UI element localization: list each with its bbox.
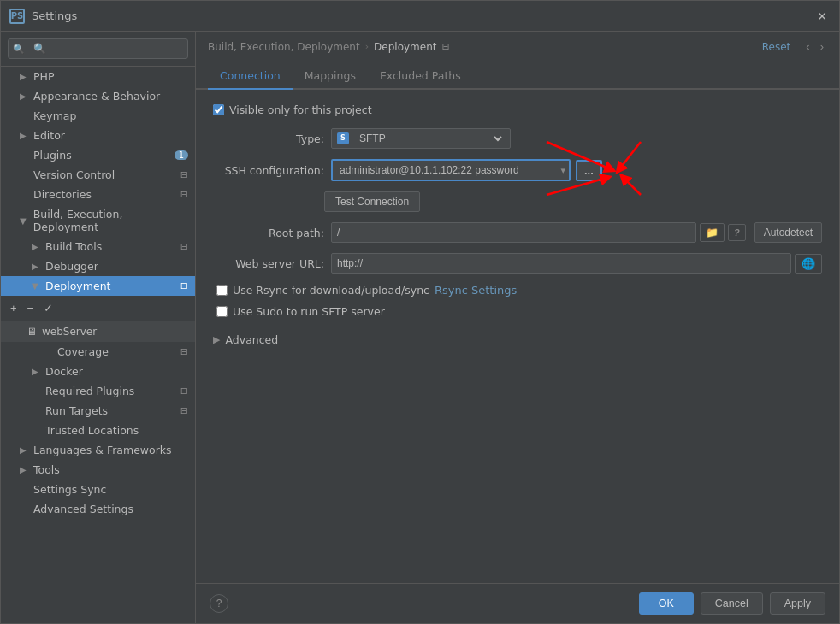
main-panel: Build, Execution, Deployment › Deploymen… bbox=[196, 32, 839, 623]
sidebar-item-languages[interactable]: ▶ Languages & Frameworks bbox=[1, 440, 195, 460]
ssh-config-wrap: administrator@10.1.1.102:22 password ... bbox=[331, 159, 602, 181]
visible-only-label: Visible only for this project bbox=[229, 103, 372, 116]
test-connection-button[interactable]: Test Connection bbox=[324, 191, 420, 212]
ssh-config-label: SSH configuration: bbox=[213, 164, 324, 177]
visible-only-checkbox[interactable] bbox=[213, 104, 224, 115]
ssh-dropdown-wrap: administrator@10.1.1.102:22 password bbox=[331, 159, 571, 181]
advanced-label: Advanced bbox=[225, 333, 278, 346]
arrow-icon: ▶ bbox=[20, 445, 32, 455]
ok-button[interactable]: OK bbox=[639, 592, 694, 615]
folder-icon: ⊟ bbox=[180, 386, 188, 397]
apply-button[interactable]: Apply bbox=[770, 592, 825, 615]
tab-connection[interactable]: Connection bbox=[208, 62, 293, 90]
web-url-input[interactable] bbox=[331, 253, 791, 274]
sidebar: 🔍 ▶ PHP ▶ Appearance & Behavior ▶ Keymap bbox=[1, 32, 196, 623]
arrow-icon: ▶ bbox=[20, 91, 32, 101]
tab-mappings[interactable]: Mappings bbox=[293, 62, 368, 90]
sidebar-item-php[interactable]: ▶ PHP bbox=[1, 67, 195, 86]
folder-icon: ⊟ bbox=[180, 405, 188, 416]
ssh-config-select[interactable]: administrator@10.1.1.102:22 password bbox=[331, 159, 571, 181]
tab-excluded-paths[interactable]: Excluded Paths bbox=[368, 62, 473, 90]
arrow-icon: ▼ bbox=[20, 216, 32, 226]
search-input[interactable] bbox=[8, 38, 188, 59]
deployment-toolbar: + − ✓ bbox=[1, 296, 195, 321]
sftp-icon: S bbox=[337, 132, 349, 144]
sidebar-item-deployment[interactable]: ▼ Deployment ⊟ bbox=[1, 276, 195, 296]
arrow-placeholder: ▶ bbox=[20, 111, 32, 121]
sidebar-item-run-targets[interactable]: ▶ Run Targets ⊟ bbox=[1, 401, 195, 421]
server-item[interactable]: 🖥 webServer bbox=[1, 321, 195, 342]
sidebar-item-required-plugins[interactable]: ▶ Required Plugins ⊟ bbox=[1, 381, 195, 401]
ssh-ellipsis-button[interactable]: ... bbox=[576, 160, 602, 181]
root-path-row: Root path: 📁 ? Autodetect bbox=[213, 222, 822, 243]
ssh-config-control: administrator@10.1.1.102:22 password ... bbox=[331, 159, 822, 181]
autodetect-button[interactable]: Autodetect bbox=[754, 222, 822, 243]
remove-button[interactable]: − bbox=[23, 299, 38, 317]
breadcrumb-current: Deployment bbox=[374, 41, 436, 53]
settings-window: PS Settings ✕ 🔍 ▶ PHP ▶ Appearance & bbox=[0, 0, 840, 624]
help-button[interactable]: ? bbox=[210, 594, 228, 613]
search-bar: 🔍 bbox=[1, 32, 195, 67]
type-select-wrap: S SFTP bbox=[331, 128, 511, 149]
type-control: S SFTP bbox=[331, 128, 822, 149]
bottom-actions: OK Cancel Apply bbox=[639, 592, 825, 615]
sidebar-item-keymap[interactable]: ▶ Keymap bbox=[1, 106, 195, 126]
rsync-checkbox[interactable] bbox=[216, 285, 228, 296]
sidebar-item-appearance[interactable]: ▶ Appearance & Behavior bbox=[1, 86, 195, 106]
arrow-icon: ▶ bbox=[32, 367, 44, 376]
tabs-bar: Connection Mappings Excluded Paths bbox=[196, 62, 839, 90]
arrow-placeholder: ▶ bbox=[44, 347, 56, 356]
folder-icon: ⊟ bbox=[180, 241, 188, 252]
forward-button[interactable]: › bbox=[817, 38, 827, 55]
close-button[interactable]: ✕ bbox=[813, 6, 831, 26]
sidebar-item-directories[interactable]: ▶ Directories ⊟ bbox=[1, 185, 195, 204]
add-button[interactable]: + bbox=[6, 299, 21, 317]
root-path-folder-button[interactable]: 📁 bbox=[700, 223, 725, 242]
sidebar-item-plugins[interactable]: ▶ Plugins 1 bbox=[1, 145, 195, 165]
folder-icon: ⊟ bbox=[180, 169, 188, 180]
sidebar-item-debugger[interactable]: ▶ Debugger bbox=[1, 256, 195, 276]
globe-button[interactable]: 🌐 bbox=[795, 254, 822, 274]
sudo-checkbox[interactable] bbox=[216, 306, 228, 317]
sidebar-item-tools[interactable]: ▶ Tools bbox=[1, 460, 195, 480]
sidebar-item-build-exec[interactable]: ▼ Build, Execution, Deployment bbox=[1, 204, 195, 237]
web-url-label: Web server URL: bbox=[213, 257, 324, 270]
cancel-button[interactable]: Cancel bbox=[701, 592, 763, 615]
check-button[interactable]: ✓ bbox=[39, 299, 57, 317]
folder-icon: ⊟ bbox=[180, 189, 188, 200]
web-url-control: 🌐 bbox=[331, 253, 822, 274]
sidebar-item-editor[interactable]: ▶ Editor bbox=[1, 126, 195, 145]
sidebar-item-settings-sync[interactable]: ▶ Settings Sync bbox=[1, 480, 195, 499]
type-select[interactable]: SFTP bbox=[356, 132, 505, 145]
back-button[interactable]: ‹ bbox=[802, 38, 813, 55]
advanced-arrow: ▶ bbox=[213, 334, 220, 345]
arrow-icon: ▶ bbox=[32, 242, 44, 251]
type-row: Type: S SFTP bbox=[213, 128, 822, 149]
window-title: Settings bbox=[32, 9, 77, 22]
main-content: 🔍 ▶ PHP ▶ Appearance & Behavior ▶ Keymap bbox=[1, 32, 839, 623]
arrow-icon: ▶ bbox=[20, 72, 32, 81]
arrow-placeholder: ▶ bbox=[32, 386, 44, 396]
folder-icon: ⊟ bbox=[180, 346, 188, 357]
breadcrumb-parent: Build, Execution, Deployment bbox=[208, 41, 360, 53]
breadcrumb-nav: ‹ › bbox=[802, 38, 827, 55]
advanced-row[interactable]: ▶ Advanced bbox=[213, 327, 822, 353]
rsync-settings-link[interactable]: Rsync Settings bbox=[435, 284, 517, 297]
sidebar-item-docker[interactable]: ▶ Docker bbox=[1, 362, 195, 381]
breadcrumb-square[interactable]: ⊟ bbox=[441, 41, 449, 52]
arrow-placeholder: ▶ bbox=[20, 190, 32, 199]
arrow-icon: ▶ bbox=[32, 262, 44, 271]
root-path-input[interactable] bbox=[331, 222, 696, 243]
arrow-placeholder: ▶ bbox=[32, 426, 44, 435]
root-path-help-button[interactable]: ? bbox=[728, 224, 746, 241]
arrow-placeholder: ▶ bbox=[20, 504, 32, 514]
sidebar-item-coverage[interactable]: ▶ Coverage ⊟ bbox=[1, 342, 195, 362]
rsync-row: Use Rsync for download/upload/sync Rsync… bbox=[216, 284, 822, 297]
sidebar-item-build-tools[interactable]: ▶ Build Tools ⊟ bbox=[1, 237, 195, 256]
rsync-label: Use Rsync for download/upload/sync bbox=[233, 284, 429, 297]
sidebar-item-trusted-locations[interactable]: ▶ Trusted Locations bbox=[1, 421, 195, 440]
type-label: Type: bbox=[213, 132, 324, 145]
sidebar-item-vcs[interactable]: ▶ Version Control ⊟ bbox=[1, 165, 195, 185]
sidebar-item-advanced-settings[interactable]: ▶ Advanced Settings bbox=[1, 499, 195, 519]
reset-link[interactable]: Reset bbox=[762, 41, 791, 53]
